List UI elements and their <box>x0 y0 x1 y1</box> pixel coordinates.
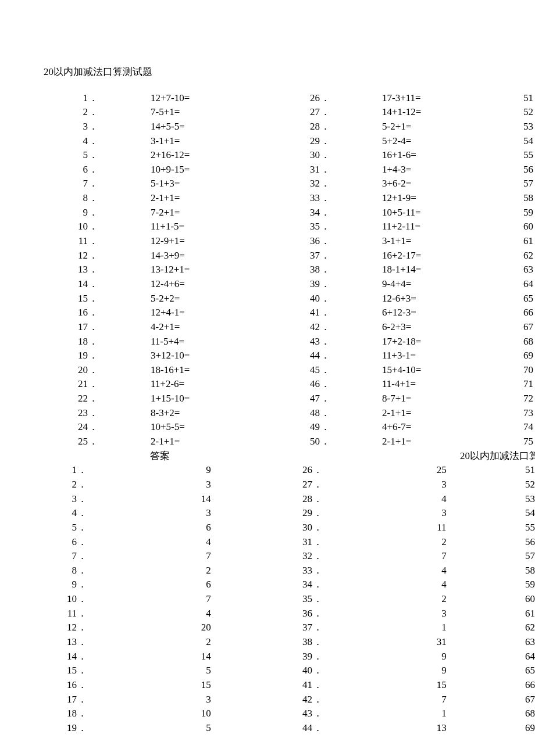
question-row: 7．5-1+3=32．3+6-2=57 <box>44 177 533 191</box>
answer-value: 1 <box>358 621 514 635</box>
dot: ． <box>88 120 151 134</box>
answer-value: 14 <box>123 492 279 507</box>
question-number: 9 <box>44 206 88 220</box>
question-expression: 16+1-6= <box>382 148 508 163</box>
dot: ． <box>77 693 123 707</box>
question-expression: 18-16+1= <box>151 363 276 378</box>
dot: ． <box>320 105 382 120</box>
dot: ． <box>77 707 123 721</box>
question-expression: 12-4+6= <box>151 277 276 292</box>
answer-number: 11 <box>44 607 77 621</box>
question-number: 36 <box>276 234 320 249</box>
answer-number: 32 <box>279 549 312 564</box>
dot: ． <box>88 263 151 277</box>
dot: ． <box>320 177 382 191</box>
question-expression: 5-2+2= <box>151 292 276 306</box>
dot: ． <box>320 292 382 306</box>
question-expression: 1+4-3= <box>382 163 508 177</box>
answer-number: 30 <box>279 521 312 535</box>
question-expression: 8-3+2= <box>151 406 276 421</box>
dot: ． <box>320 392 382 406</box>
dot: ． <box>312 535 358 550</box>
answer-number: 33 <box>279 564 312 578</box>
question-row: 5．2+16-12=30．16+1-6=55 <box>44 148 533 163</box>
question-expression: 3+6-2= <box>382 177 508 191</box>
dot: ． <box>77 650 123 664</box>
answer-value: 2 <box>358 592 514 607</box>
question-number: 21 <box>44 377 88 392</box>
question-number: 26 <box>276 91 320 106</box>
dot: ． <box>77 535 123 550</box>
dot: ． <box>88 335 151 349</box>
answer-number: 5 <box>44 521 77 535</box>
answer-row: 6．431．256 <box>44 535 535 550</box>
answer-row: 17．342．767 <box>44 693 535 707</box>
dot: ． <box>77 721 123 736</box>
answer-number: 35 <box>279 592 312 607</box>
dot: ． <box>312 521 358 535</box>
answer-value: 7 <box>358 693 514 707</box>
answer-row: 3．1428．453 <box>44 492 535 507</box>
answer-value: 20 <box>123 621 279 635</box>
answer-number: 19 <box>44 721 77 736</box>
question-expression: 5-2+1= <box>382 120 508 134</box>
tail-number: 53 <box>508 120 533 134</box>
dot: ． <box>88 292 151 306</box>
question-number: 38 <box>276 263 320 277</box>
question-number: 32 <box>276 177 320 191</box>
dot: ． <box>312 564 358 578</box>
answer-number: 44 <box>279 721 312 736</box>
dot: ． <box>77 506 123 521</box>
question-row: 2．7-5+1=27．14+1-12=52 <box>44 105 533 120</box>
tail-number: 68 <box>515 707 535 721</box>
dot: ． <box>312 650 358 664</box>
question-row: 21．11+2-6=46．11-4+1=71 <box>44 377 533 392</box>
dot: ． <box>320 406 382 421</box>
questions-table: 1．12+7-10=26．17-3+11=512．7-5+1=27．14+1-1… <box>44 91 533 449</box>
tail-number: 56 <box>508 163 533 177</box>
answer-value: 6 <box>123 578 279 592</box>
answer-value: 25 <box>358 463 514 478</box>
question-number: 34 <box>276 206 320 220</box>
dot: ． <box>320 420 382 435</box>
answer-value: 6 <box>123 521 279 535</box>
answer-number: 27 <box>279 478 312 492</box>
dot: ． <box>320 91 382 106</box>
answer-row: 13．238．3163 <box>44 635 535 650</box>
question-row: 13．13-12+1=38．18-1+14=63 <box>44 263 533 277</box>
question-number: 20 <box>44 363 88 378</box>
question-expression: 16+2-17= <box>382 249 508 263</box>
dot: ． <box>77 549 123 564</box>
question-number: 24 <box>44 420 88 435</box>
question-number: 30 <box>276 148 320 163</box>
question-row: 24．10+5-5=49．4+6-7=74 <box>44 420 533 435</box>
question-row: 8．2-1+1=33．12+1-9=58 <box>44 191 533 206</box>
question-number: 18 <box>44 335 88 349</box>
question-expression: 11+2-6= <box>151 377 276 392</box>
question-expression: 10+5-11= <box>382 206 508 220</box>
answer-value: 4 <box>123 607 279 621</box>
answer-number: 1 <box>44 463 77 478</box>
section-labels: 答案 20以内加减法口算测试题 <box>44 449 535 464</box>
answer-value: 2 <box>358 535 514 550</box>
tail-number: 52 <box>508 105 533 120</box>
tail-number: 57 <box>515 549 535 564</box>
tail-number: 65 <box>515 664 535 678</box>
question-row: 16．12+4-1=41．6+12-3=66 <box>44 306 533 320</box>
answer-number: 9 <box>44 578 77 592</box>
question-expression: 11+3-1= <box>382 349 508 363</box>
question-number: 22 <box>44 392 88 406</box>
dot: ． <box>312 635 358 650</box>
tail-number: 59 <box>508 206 533 220</box>
answer-value: 2 <box>123 635 279 650</box>
answer-value: 5 <box>123 721 279 736</box>
answer-value: 3 <box>123 478 279 492</box>
dot: ． <box>320 435 382 449</box>
question-row: 3．14+5-5=28．5-2+1=53 <box>44 120 533 134</box>
question-expression: 12-9+1= <box>151 234 276 249</box>
tail-number: 52 <box>515 478 535 492</box>
question-expression: 17-3+11= <box>382 91 508 106</box>
dot: ． <box>88 105 151 120</box>
answer-number: 28 <box>279 492 312 507</box>
answer-number: 14 <box>44 650 77 664</box>
